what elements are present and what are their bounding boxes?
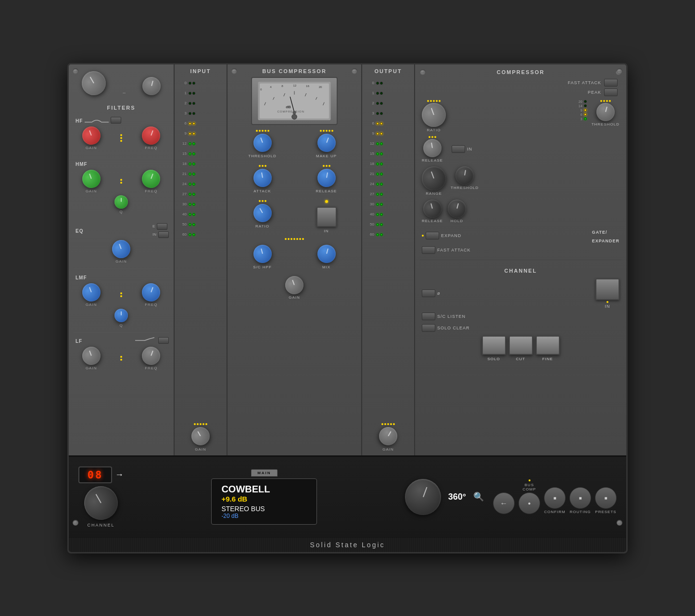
cut-btn[interactable] — [509, 336, 533, 355]
bc-attack-knob[interactable] — [252, 167, 273, 188]
fast-attack-btn[interactable] — [604, 79, 618, 87]
rc-ratio-knob[interactable] — [418, 99, 449, 130]
eq-in-switch[interactable] — [158, 231, 169, 238]
bc-makeup-knob[interactable] — [315, 131, 338, 154]
eq-gain-knob[interactable] — [110, 237, 133, 261]
bc-schpf-knob[interactable] — [251, 242, 274, 265]
lmf-freq-knob[interactable] — [139, 280, 163, 304]
back-btn[interactable]: ← — [493, 492, 515, 514]
output-gain-knob[interactable] — [376, 424, 401, 449]
fine-btn[interactable] — [536, 336, 560, 355]
channel-section-title: CHANNEL — [505, 268, 537, 274]
lmf-gain-knob[interactable] — [79, 280, 103, 304]
filters-panel: ─ FILTERS HF GAIN — [69, 64, 175, 455]
vu-meter: 0 4 8 12 16 20 — [251, 77, 338, 125]
hmf-q-knob[interactable] — [114, 195, 128, 209]
top-knob-1[interactable] — [77, 66, 110, 99]
hmf-label: HMF — [76, 162, 88, 167]
lmf-label: LMF — [76, 275, 87, 280]
rc-release2-knob[interactable] — [421, 197, 444, 220]
eq-e-switch[interactable] — [157, 223, 167, 230]
main-tab-btn[interactable]: MAIN — [251, 469, 277, 477]
rc-threshold-knob[interactable] — [594, 101, 617, 123]
rc-hold-knob[interactable] — [446, 197, 468, 220]
presets-btn[interactable]: ■ — [595, 487, 617, 509]
lmf-section: LMF GAIN FREQ — [74, 273, 169, 333]
input-panel: INPUT 0 1 2 3 6 9 12 15 18 21 24 27 30 — [175, 64, 227, 455]
expand-btn[interactable] — [426, 232, 439, 239]
hf-label: HF — [76, 118, 83, 124]
right-panel: COMPRESSOR FAST ATTACK PEAK — [415, 64, 626, 455]
bc-makeup-label: MAKE UP — [316, 154, 337, 158]
hmf-q-label: Q — [119, 210, 123, 214]
output-title: OUTPUT — [365, 68, 412, 74]
sc-listen-btn[interactable] — [422, 313, 435, 320]
bus-comp-btn[interactable]: ● — [518, 492, 540, 514]
bc-mix-label: MIX — [322, 265, 330, 269]
svg-point-19 — [292, 114, 297, 119]
phase-label: ø — [437, 291, 441, 296]
rc-release-label: RELEASE — [422, 158, 443, 163]
lf-freq-knob[interactable] — [139, 344, 163, 367]
phase-btn[interactable] — [422, 289, 435, 297]
bc-bottom-knobs: S/C HPF MIX — [231, 243, 357, 271]
lmf-q-knob[interactable] — [114, 309, 128, 322]
solo-clear-btn[interactable] — [422, 324, 435, 332]
hf-freq-label: FREQ — [145, 146, 157, 150]
eq-gain-label: GAIN — [115, 259, 127, 264]
solo-btn[interactable] — [482, 336, 506, 355]
lf-switch[interactable] — [158, 337, 169, 344]
hf-gain-knob[interactable] — [79, 124, 103, 147]
back-arrow-icon: ← — [500, 499, 508, 508]
hf-gain-label: GAIN — [86, 146, 97, 150]
bc-mix-knob[interactable] — [315, 242, 338, 265]
svg-text:0: 0 — [260, 87, 262, 90]
ssl-logo-bar: Solid State Logic — [69, 537, 626, 552]
svg-text:4: 4 — [270, 85, 272, 88]
routing-knob[interactable] — [400, 474, 446, 520]
ssl-unit: ─ FILTERS HF GAIN — [67, 63, 628, 553]
bus-comp-icon: ● — [528, 501, 531, 506]
top-knob-2[interactable] — [140, 75, 163, 97]
routing-btn[interactable]: ■ — [569, 487, 591, 509]
bc-in-button[interactable] — [316, 207, 337, 227]
bc-threshold-knob[interactable] — [251, 131, 274, 154]
bc-ratio-knob[interactable] — [250, 201, 275, 226]
solo-label: SOLO — [487, 357, 500, 361]
search-icon[interactable]: 🔍 — [473, 491, 484, 502]
bus-gain: -20 dB — [221, 513, 238, 519]
lf-gain-knob[interactable] — [79, 344, 103, 367]
hmf-gain-label: GAIN — [86, 189, 97, 193]
channel-knob-area: 08 → CHANNEL — [78, 466, 124, 528]
rc-in-btn[interactable] — [452, 145, 465, 153]
led-display-value: 08 — [88, 469, 103, 481]
top-knob-1-container — [82, 71, 106, 95]
screw-tl — [73, 68, 78, 74]
confirm-btn[interactable]: ■ — [544, 487, 566, 509]
lmf-gain-label: GAIN — [86, 302, 97, 307]
rc-range-knob[interactable] — [418, 163, 449, 193]
bc-screw-tr — [352, 68, 357, 74]
svg-text:dB: dB — [286, 105, 291, 109]
fast-attack2-btn[interactable] — [422, 246, 435, 254]
input-gain-knob[interactable] — [188, 424, 213, 449]
rc-release-knob[interactable] — [422, 137, 443, 158]
channel-select-knob[interactable] — [78, 480, 124, 526]
top-knob-2-container — [142, 77, 161, 95]
hmf-freq-label: FREQ — [145, 189, 157, 193]
hf-switch[interactable] — [111, 117, 121, 124]
peak-toggle: PEAK — [588, 88, 618, 96]
channel-in-btn[interactable] — [595, 278, 619, 300]
bc-gain-knob[interactable] — [283, 273, 306, 297]
hmf-freq-knob[interactable] — [139, 167, 163, 190]
expand-label: EXPAND — [441, 233, 461, 238]
bc-ratio-label: RATIO — [255, 224, 269, 228]
rc-threshold2-knob[interactable] — [454, 164, 475, 186]
bus-compressor-panel: BUS COMPRESSOR 0 4 8 12 16 20 — [227, 64, 362, 455]
peak-btn[interactable] — [604, 88, 618, 96]
bc-release-knob[interactable] — [316, 167, 337, 188]
svg-text:8: 8 — [281, 84, 283, 87]
hmf-gain-knob[interactable] — [79, 167, 103, 190]
hf-freq-knob[interactable] — [139, 124, 163, 147]
bus-compressor-title: BUS COMPRESSOR — [262, 68, 327, 74]
